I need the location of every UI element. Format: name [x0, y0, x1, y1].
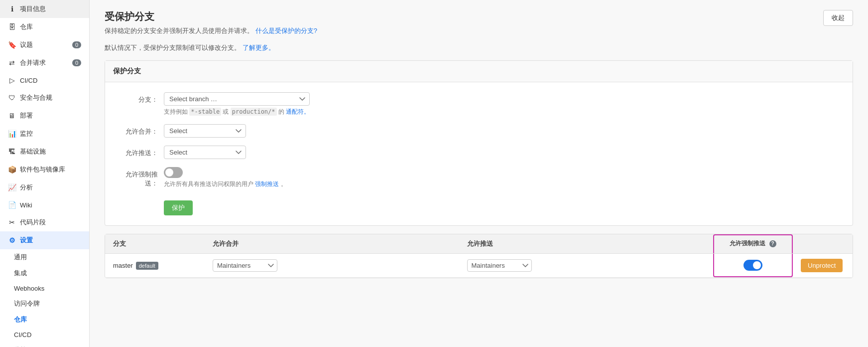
sidebar: ℹ 项目信息 🗄 仓库 🔖 议题 0 ⇄ 合并请求 0 ▷ CI/CD 🛡 安全…	[0, 0, 90, 347]
sidebar-item-analytics[interactable]: 📈 分析	[0, 178, 89, 196]
force-push-cell-inner: ✓	[713, 254, 793, 277]
page-title: 受保护分支	[105, 10, 317, 23]
allow-push-label: 允许推送：	[113, 146, 158, 158]
row-force-push-toggle[interactable]: ✓	[744, 260, 762, 271]
sidebar-item-ci-cd[interactable]: ▷ CI/CD	[0, 72, 89, 89]
allow-merge-control: Select	[164, 124, 246, 138]
page-header: 受保护分支 保持稳定的分支安全并强制开发人员使用合并请求。 什么是受保护的分支?…	[105, 10, 853, 35]
cicd-icon: ▷	[8, 76, 16, 84]
toggle-check: ✓	[756, 261, 760, 268]
warehouse-icon: 🗄	[8, 23, 16, 31]
page-desc: 默认情况下，受保护分支限制谁可以修改分支。 了解更多。	[105, 43, 853, 52]
col-force-push-header-wrapper: 允许强制推送 ?	[713, 234, 793, 253]
sidebar-item-wiki[interactable]: 📄 Wiki	[0, 196, 89, 213]
allow-merge-select[interactable]: Select	[164, 124, 246, 138]
sidebar-sub-access-tokens[interactable]: 访问令牌	[0, 296, 89, 312]
analytics-icon: 📈	[8, 183, 16, 191]
sidebar-item-snippets[interactable]: ✂ 代码片段	[0, 213, 89, 231]
card-body: 分支： Select branch … 支持例如 *-stable 或 prod…	[105, 82, 853, 225]
sidebar-sub-integrations[interactable]: 集成	[0, 265, 89, 281]
branch-control: Select branch … 支持例如 *-stable 或 producti…	[164, 92, 310, 116]
protect-branch-card: 保护分支 分支： Select branch … 支持例如 *-stable 或…	[105, 60, 853, 226]
sidebar-sub-repo[interactable]: 仓库	[0, 312, 89, 328]
cell-allow-merge: Maintainers	[205, 254, 459, 277]
merge-icon: ⇄	[8, 59, 16, 67]
force-push-toggle-container	[164, 167, 287, 178]
sidebar-item-warehouse[interactable]: 🗄 仓库	[0, 18, 89, 36]
cell-force-push: ✓	[713, 254, 793, 277]
allow-merge-label: 允许合并：	[113, 124, 158, 136]
sidebar-item-settings[interactable]: ⚙ 设置	[0, 231, 89, 249]
protect-button[interactable]: 保护	[164, 200, 193, 215]
card-header: 保护分支	[105, 61, 853, 82]
sidebar-item-merge-requests[interactable]: ⇄ 合并请求 0	[0, 54, 89, 72]
col-force-push-header: 允许强制推送 ?	[713, 234, 793, 253]
col-allow-merge-header: 允许合并	[205, 234, 459, 253]
row-allow-merge-select[interactable]: Maintainers	[213, 259, 277, 272]
toggle-blue-bg: ✓	[744, 260, 762, 271]
sidebar-sub-general[interactable]: 通用	[0, 249, 89, 265]
allow-force-control: 允许所有具有推送访问权限的用户 强制推送 。	[164, 167, 287, 188]
col-actions-header	[793, 234, 853, 253]
cell-allow-push: Maintainers	[459, 254, 714, 277]
monitor-icon: 📊	[8, 130, 16, 138]
sidebar-item-packages[interactable]: 📦 软件包与镜像库	[0, 161, 89, 178]
force-push-help-icon[interactable]: ?	[769, 240, 776, 247]
issues-icon: 🔖	[8, 41, 16, 49]
branch-label: 分支：	[113, 92, 158, 104]
snippets-icon: ✂	[8, 218, 16, 226]
shield-icon: 🛡	[8, 94, 16, 102]
table-row: master default Maintainers Maintainers	[105, 254, 853, 278]
allow-force-label: 允许强制推送：	[113, 167, 158, 188]
allow-force-push-form-row: 允许强制推送： 允许所有具有推送访问权限的用户 强制推送 。	[113, 167, 845, 188]
page-header-text: 受保护分支 保持稳定的分支安全并强制开发人员使用合并请求。 什么是受保护的分支?	[105, 10, 317, 35]
sidebar-sub-webhooks[interactable]: Webhooks	[0, 281, 89, 296]
page-subtitle: 保持稳定的分支安全并强制开发人员使用合并请求。 什么是受保护的分支?	[105, 26, 317, 35]
col-allow-push-header: 允许推送	[459, 234, 714, 253]
sidebar-sub-ci-cd[interactable]: CI/CD	[0, 328, 89, 342]
branch-hint: 支持例如 *-stable 或 production/* 的 通配符。	[164, 108, 310, 116]
cell-branch: master default	[105, 254, 205, 277]
deploy-icon: 🖥	[8, 112, 16, 120]
sidebar-sub-monitor[interactable]: 监控	[0, 342, 89, 347]
force-push-toggle[interactable]	[164, 167, 183, 178]
settings-icon: ⚙	[8, 236, 16, 244]
what-is-protected-link[interactable]: 什么是受保护的分支?	[255, 27, 317, 34]
sidebar-item-monitor[interactable]: 📊 监控	[0, 125, 89, 143]
packages-icon: 📦	[8, 166, 16, 174]
issues-badge: 0	[72, 41, 81, 48]
learn-more-link[interactable]: 了解更多。	[243, 44, 275, 51]
sidebar-item-issues[interactable]: 🔖 议题 0	[0, 36, 89, 54]
force-push-link[interactable]: 强制推送	[255, 180, 279, 187]
merge-badge: 0	[72, 59, 81, 66]
collapse-button[interactable]: 收起	[823, 10, 853, 26]
infra-icon: 🏗	[8, 148, 16, 156]
wildcard-link[interactable]: 通配符。	[286, 108, 310, 115]
info-icon: ℹ	[8, 5, 16, 13]
protect-btn-wrapper: 保护	[113, 196, 845, 215]
cell-action: Unprotect	[793, 254, 853, 277]
allow-push-form-row: 允许推送： Select	[113, 146, 845, 159]
unprotect-button[interactable]: Unprotect	[801, 259, 843, 272]
allow-push-control: Select	[164, 146, 246, 159]
sidebar-item-deploy[interactable]: 🖥 部署	[0, 107, 89, 125]
branch-form-row: 分支： Select branch … 支持例如 *-stable 或 prod…	[113, 92, 845, 116]
sidebar-item-infra[interactable]: 🏗 基础设施	[0, 143, 89, 161]
allow-push-select[interactable]: Select	[164, 146, 246, 159]
col-branch-header: 分支	[105, 234, 205, 253]
protected-branches-table: 分支 允许合并 允许推送 允许强制推送 ? master default Mai…	[105, 234, 853, 278]
wiki-icon: 📄	[8, 201, 16, 209]
toggle-slider	[164, 167, 183, 178]
sidebar-item-project-info[interactable]: ℹ 项目信息	[0, 0, 89, 18]
branch-select[interactable]: Select branch …	[164, 92, 310, 106]
default-badge: default	[136, 262, 158, 270]
force-hint: 允许所有具有推送访问权限的用户 强制推送 。	[164, 180, 287, 188]
sidebar-item-security[interactable]: 🛡 安全与合规	[0, 89, 89, 107]
row-allow-push-select[interactable]: Maintainers	[467, 259, 532, 272]
allow-merge-form-row: 允许合并： Select	[113, 124, 845, 138]
main-content: 受保护分支 保持稳定的分支安全并强制开发人员使用合并请求。 什么是受保护的分支?…	[90, 0, 868, 347]
